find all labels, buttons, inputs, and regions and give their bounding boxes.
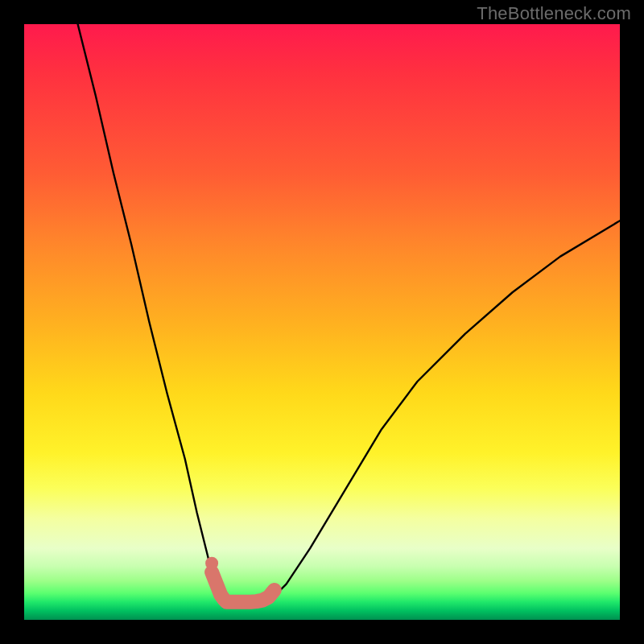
- watermark-text: TheBottleneck.com: [477, 3, 631, 24]
- chart-frame: TheBottleneck.com: [0, 0, 644, 644]
- curve-layer: [24, 24, 620, 620]
- trough-highlight: [205, 557, 275, 602]
- plot-area: [24, 24, 620, 620]
- bottleneck-curve: [78, 24, 620, 602]
- svg-point-0: [205, 557, 218, 570]
